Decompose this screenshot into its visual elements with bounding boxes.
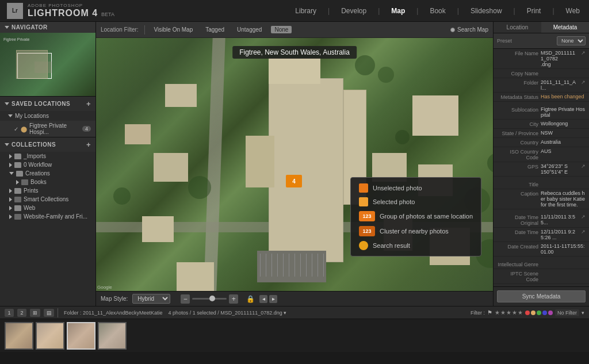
filmstrip-num2-btn[interactable]: 2 [17,309,26,317]
star-rating[interactable]: ★ ★ ★ ★ ★ [495,309,523,316]
map-bottom-bar: Map Style: Hybrid Road Satellite Terrain… [96,291,493,306]
filmstrip-grid-btn[interactable]: ⊞ [30,309,40,317]
datecreated-row: Date Created 2011-11-11T15:55:01.00 [494,242,589,256]
datetime-original-label: Date Time Original [497,214,538,226]
filmstrip-thumb-3[interactable] [67,322,95,350]
datetime-edit-icon[interactable]: ↗ [581,229,586,240]
collection-prints[interactable]: Prints [0,186,95,195]
yellow-filter-dot[interactable] [531,311,536,315]
metadata-tab[interactable]: Metadata [541,22,589,33]
tagged-btn[interactable]: Tagged [202,25,228,34]
none-btn[interactable]: None [271,26,292,33]
collection-item-label: Website-Family and Fri... [24,213,87,220]
search-map-area: Search Map [450,26,488,33]
collection-expand-icon [9,172,14,175]
sublocation-row: Sublocation Figtree Private Hospital [494,105,589,120]
my-locations-expand-icon [8,114,13,117]
filmstrip-thumb-2[interactable] [36,322,64,350]
iso-country-value: AUS [541,148,586,160]
zoom-slider[interactable] [192,298,227,300]
saved-locations-header[interactable]: Saved Locations + [0,97,95,111]
filename-edit-icon[interactable]: ↗ [581,50,586,67]
untagged-btn[interactable]: Untagged [234,25,265,34]
filmstrip-num1-btn[interactable]: 1 [5,309,14,317]
star4[interactable]: ★ [512,309,517,316]
nav-print[interactable]: Print [525,6,544,16]
visible-on-map-btn[interactable]: Visible On Map [151,25,197,34]
nav-map[interactable]: Map [389,6,407,16]
legend-cluster-label: Cluster of nearby photos [380,228,449,235]
figtree-location-item[interactable]: ✓ ⬤ Figtree Private Hospi... 4 [0,121,95,137]
star1[interactable]: ★ [495,309,500,316]
location-tab[interactable]: Location [494,22,541,33]
zoom-in-btn[interactable]: + [229,294,238,304]
color-filter-dots[interactable] [525,311,553,315]
collection-imports[interactable]: _Imports [0,152,95,160]
datetime-original-edit-icon[interactable]: ↗ [581,214,586,226]
zoom-out-btn[interactable]: − [181,294,190,304]
country-row: Country Australia [494,138,589,147]
filter-expand-icon[interactable]: ▾ [582,310,584,316]
collection-item-label: 0 Workflow [24,162,52,168]
collections-header[interactable]: Collections + [0,137,95,152]
collection-expand-icon [16,180,19,185]
left-panel: Navigator Figtree Private Saved Location… [0,22,96,306]
gps-edit-icon[interactable]: ↗ [581,163,586,175]
green-filter-dot[interactable] [537,311,541,315]
map-nav-right-btn[interactable]: ▸ [269,295,277,303]
preset-select[interactable]: None [557,36,586,45]
filmstrip-thumb-4[interactable] [98,322,127,350]
filename-row: File Name MSD_20111111_0782.dng ↗ [494,49,589,69]
legend-selected: Selected photo [359,197,473,206]
collection-item-label: _Imports [24,153,46,159]
star2[interactable]: ★ [500,309,506,316]
collections-section: Collections + _Imports 0 Workflow Creati… [0,137,95,306]
main-area: Navigator Figtree Private Saved Location… [0,22,589,306]
zoom-handle[interactable] [209,296,215,301]
filmstrip-view-btn[interactable]: ▤ [44,309,54,317]
lock-icon[interactable]: 🔒 [246,295,255,303]
location-label: Figtree, New South Wales, Australia [232,46,357,59]
collection-workflow[interactable]: 0 Workflow [0,160,95,169]
map-nav-left-btn[interactable]: ◂ [259,295,267,303]
figtree-checkmark-icon: ✓ [14,126,18,132]
star3[interactable]: ★ [506,309,511,316]
photo-marker[interactable]: 4 [286,175,302,187]
iso-country-row: ISO Country Code AUS [494,147,589,162]
nav-library[interactable]: Library [293,6,319,16]
collection-creations[interactable]: Creations [0,169,95,178]
collection-icon [14,197,21,202]
blue-filter-dot[interactable] [542,311,547,315]
map-container[interactable]: Figtree, New South Wales, Australia 4 Un… [96,38,493,291]
nav-book[interactable]: Book [427,6,448,16]
navigator-header[interactable]: Navigator [0,22,95,33]
app-logo: Lr [7,3,23,19]
collection-smart[interactable]: Smart Collections [0,195,95,204]
intellectual-genre-label: Intellectual Genre [497,261,538,267]
folder-arrow-icon[interactable]: ↗ [581,79,586,91]
collection-folder-icon [14,205,21,211]
my-locations-item[interactable]: My Locations [0,111,95,121]
collection-books[interactable]: Books [0,178,95,186]
collection-item-label: Prints [24,187,39,194]
purple-filter-dot[interactable] [548,311,553,315]
nav-web[interactable]: Web [564,6,582,16]
collection-web[interactable]: Web [0,204,95,212]
search-map-radio[interactable] [450,28,455,32]
nav-slideshow[interactable]: Slideshow [468,6,504,16]
navigator-thumbnail: Figtree Private [0,33,95,96]
red-filter-dot[interactable] [525,311,530,315]
nav-develop[interactable]: Develop [339,6,369,16]
legend-group: 123 Group of photos at same location [359,211,473,221]
collection-website-family[interactable]: Website-Family and Fri... [0,212,95,221]
saved-locations-collapse-icon [5,102,9,105]
metadata-status-row: Metadata Status Has been changed [494,93,589,102]
filename-value: MSD_20111111_0782.dng [541,50,577,67]
filmstrip-thumb-1[interactable] [5,322,33,350]
add-collection-icon[interactable]: + [86,140,91,149]
map-style-select[interactable]: Hybrid Road Satellite Terrain [132,294,170,304]
star5[interactable]: ★ [518,309,523,316]
add-saved-location-icon[interactable]: + [86,99,91,108]
saved-locations-section: Saved Locations + My Locations ✓ ⬤ Figtr… [0,97,95,137]
sync-metadata-btn[interactable]: Sync Metadata [497,290,586,302]
